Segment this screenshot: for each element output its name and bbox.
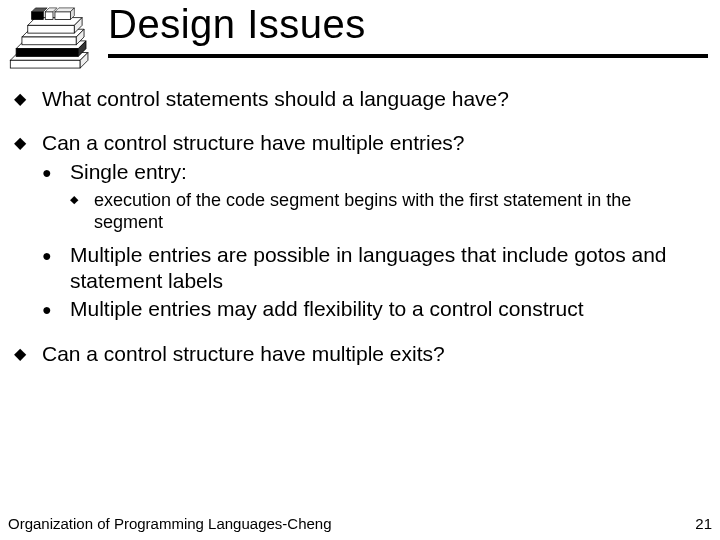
disc-bullet-icon: ● [42, 242, 70, 266]
svg-rect-14 [45, 12, 53, 20]
title-underline [108, 54, 708, 58]
page-number: 21 [695, 515, 712, 532]
diamond-bullet-icon: ◆ [14, 341, 42, 364]
pyramid-stack-icon [4, 4, 102, 70]
small-diamond-bullet-icon: ◆ [70, 189, 94, 207]
svg-rect-12 [32, 12, 44, 20]
slide-body: ◆ What control statements should a langu… [14, 86, 704, 385]
svg-marker-13 [32, 8, 48, 12]
bullet-text: Multiple entries are possible in languag… [70, 242, 704, 295]
bullet-level3: ◆ execution of the code segment begins w… [70, 189, 704, 234]
bullet-text: Can a control structure have multiple ex… [42, 341, 704, 367]
diamond-bullet-icon: ◆ [14, 130, 42, 153]
svg-rect-16 [55, 12, 71, 20]
bullet-level2: ● Multiple entries may add flexibility t… [42, 296, 704, 322]
svg-rect-4 [16, 49, 78, 57]
bullet-text: execution of the code segment begins wit… [94, 189, 704, 234]
sub-list: ● Single entry: ◆ execution of the code … [42, 159, 704, 323]
disc-bullet-icon: ● [42, 296, 70, 320]
bullet-level2: ● Multiple entries are possible in langu… [42, 242, 704, 295]
bullet-level1: ◆ Can a control structure have multiple … [14, 341, 704, 367]
diamond-bullet-icon: ◆ [14, 86, 42, 109]
svg-rect-7 [22, 37, 76, 45]
svg-rect-1 [10, 60, 80, 68]
footer-text: Organization of Programming Languages-Ch… [8, 515, 332, 532]
slide: Design Issues ◆ What control statements … [0, 0, 720, 540]
bullet-text: Multiple entries may add flexibility to … [70, 296, 704, 322]
svg-rect-10 [28, 25, 75, 33]
bullet-level2: ● Single entry: [42, 159, 704, 185]
sub-sub-list: ◆ execution of the code segment begins w… [70, 189, 704, 234]
bullet-text: Can a control structure have multiple en… [42, 130, 704, 156]
bullet-text: What control statements should a languag… [42, 86, 704, 112]
slide-header: Design Issues [0, 0, 720, 68]
slide-title: Design Issues [108, 2, 366, 47]
bullet-level1: ◆ What control statements should a langu… [14, 86, 704, 112]
disc-bullet-icon: ● [42, 159, 70, 183]
bullet-text: Single entry: [70, 159, 704, 185]
bullet-level1: ◆ Can a control structure have multiple … [14, 130, 704, 156]
